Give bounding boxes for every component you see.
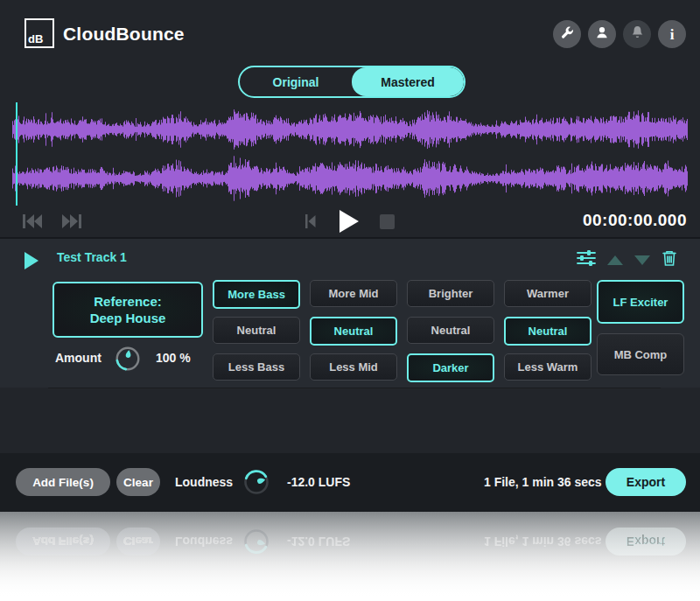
logo-text: dB (28, 32, 43, 45)
amount-value: 100 % (156, 351, 191, 365)
reflection-loudness-knob (241, 522, 272, 557)
neutral-mid-button[interactable]: Neutral (310, 317, 397, 346)
trash-icon (662, 255, 677, 269)
clear-button[interactable]: Clear (116, 468, 160, 496)
time-display: 00:00:00.000 (583, 211, 687, 230)
less-warm-button[interactable]: Less Warm (504, 353, 592, 381)
playhead[interactable] (16, 102, 18, 206)
less-mid-button[interactable]: Less Mid (310, 353, 397, 381)
reference-genre-button[interactable]: Reference: Deep House (52, 282, 203, 338)
more-mid-button[interactable]: More Mid (310, 280, 397, 307)
warmer-button[interactable]: Warmer (504, 280, 592, 307)
footer-reflection-content: Add File(s) Clear Loudness -12.0 LUFS 1 … (0, 512, 700, 570)
amount-label: Amount (55, 351, 102, 365)
move-down-icon[interactable] (634, 255, 650, 265)
app-logo: dB (24, 18, 54, 48)
toggle-original[interactable]: Original (240, 67, 352, 96)
darker-button[interactable]: Darker (407, 353, 494, 382)
bell-icon (631, 25, 644, 43)
neutral-bass-button[interactable]: Neutral (213, 317, 300, 344)
empty-region (0, 389, 700, 453)
reference-value: Deep House (90, 311, 166, 325)
loudness-value: -12.0 LUFS (287, 475, 350, 489)
footer-bar: Add File(s) Clear Loudness -12.0 LUFS 1 … (0, 453, 700, 512)
cloudbounce-app-window: dB CloudBounce i (0, 0, 700, 601)
return-to-start-button[interactable] (304, 213, 317, 234)
original-mastered-toggle: Original Mastered (238, 66, 466, 98)
info-button[interactable]: i (658, 20, 686, 48)
stop-button[interactable] (380, 214, 395, 229)
add-files-button[interactable]: Add File(s) (16, 468, 110, 496)
skip-to-end-button[interactable] (61, 213, 82, 234)
wrench-icon (560, 25, 575, 44)
eq-button-grid: More Bass More Mid Brighter Warmer Neutr… (213, 280, 592, 382)
sliders-icon (577, 255, 596, 269)
settings-button[interactable] (553, 20, 581, 48)
info-icon: i (670, 27, 675, 42)
loudness-label: Loudness (175, 475, 233, 489)
header-bar: dB CloudBounce i (0, 0, 700, 61)
neutral-warmth-button[interactable]: Neutral (504, 317, 592, 346)
lf-exciter-button[interactable]: LF Exciter (597, 280, 684, 324)
header-icon-buttons: i (553, 20, 686, 48)
brighter-button[interactable]: Brighter (407, 280, 494, 307)
user-icon (595, 25, 609, 43)
reference-label: Reference: (94, 294, 162, 309)
track-action-icons (577, 249, 677, 270)
neutral-brightness-button[interactable]: Neutral (407, 317, 494, 344)
stop-icon (380, 214, 395, 229)
delete-track-button[interactable] (662, 249, 677, 270)
track-play-icon[interactable] (24, 252, 38, 269)
app-title: CloudBounce (63, 24, 185, 45)
reflection-clear-button: Clear (116, 528, 160, 556)
skip-to-start-icon (22, 218, 43, 233)
more-bass-button[interactable]: More Bass (213, 280, 300, 309)
play-icon (340, 220, 359, 235)
loudness-knob[interactable] (241, 466, 272, 501)
skip-to-start-button[interactable] (22, 213, 43, 234)
mb-comp-button[interactable]: MB Comp (597, 333, 684, 375)
reflection-loudness-label: Loudness (175, 535, 233, 549)
reflection-add-files-button: Add File(s) (16, 528, 110, 556)
return-to-start-icon (304, 218, 317, 233)
effects-column: LF Exciter MB Comp (597, 280, 684, 375)
amount-knob[interactable] (113, 344, 143, 377)
stereo-waveform[interactable] (12, 104, 688, 204)
toggle-mastered[interactable]: Mastered (352, 67, 464, 96)
move-up-icon[interactable] (607, 255, 623, 265)
waveform-display[interactable] (12, 104, 688, 204)
reflection-export-button: Export (606, 528, 686, 556)
track-panel: Test Track 1 Reference: Deep House Amoun… (0, 239, 700, 388)
notifications-button[interactable] (623, 20, 651, 48)
track-name: Test Track 1 (57, 250, 127, 264)
footer-reflection: Add File(s) Clear Loudness -12.0 LUFS 1 … (0, 512, 700, 601)
reflection-loudness-value: -12.0 LUFS (287, 535, 350, 549)
export-button[interactable]: Export (606, 468, 686, 496)
track-settings-button[interactable] (577, 249, 596, 270)
reflection-file-summary: 1 File, 1 min 36 secs (484, 535, 602, 549)
less-bass-button[interactable]: Less Bass (213, 353, 300, 381)
skip-to-end-icon (61, 218, 82, 233)
file-summary: 1 File, 1 min 36 secs (484, 475, 602, 489)
play-button[interactable] (340, 210, 359, 236)
account-button[interactable] (588, 20, 616, 48)
transport-bar: 00:00:00.000 (0, 208, 700, 238)
